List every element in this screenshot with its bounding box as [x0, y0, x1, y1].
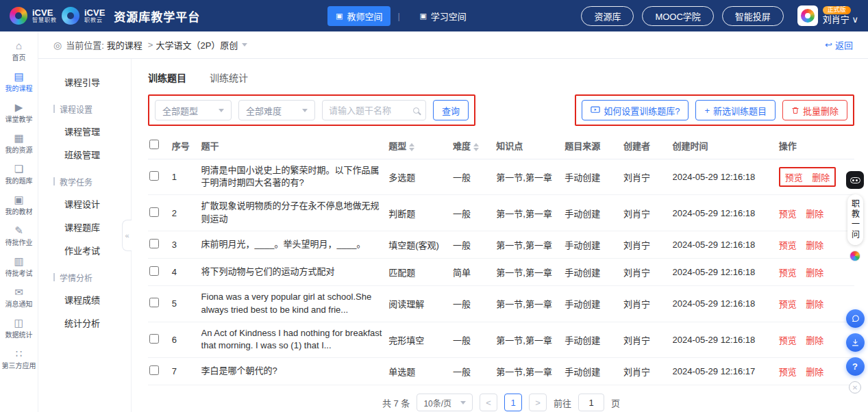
sort-icon[interactable]: [473, 143, 479, 151]
tab-item[interactable]: 训练统计: [210, 67, 248, 88]
course-menu-item[interactable]: 教学任务: [38, 171, 131, 192]
user-menu[interactable]: 正式版 刘肖宁 ∨: [797, 5, 858, 26]
page-size-select[interactable]: 10条/页: [417, 394, 473, 411]
delete-link[interactable]: 删除: [806, 268, 823, 278]
app-title: 资源库教学平台: [114, 8, 200, 25]
add-questions-button[interactable]: + 新选训练题目: [695, 100, 776, 120]
row-checkbox[interactable]: [149, 334, 159, 344]
sidebar-item[interactable]: ❏ 我的题库: [0, 159, 38, 190]
course-menu-item[interactable]: 作业考试: [38, 238, 131, 261]
course-menu-item-label: 教学任务: [60, 176, 92, 188]
search-button[interactable]: 查询: [433, 100, 469, 120]
course-menu-item[interactable]: 课程成绩: [38, 287, 131, 311]
sidebar-item[interactable]: ▤ 我的课程: [0, 66, 38, 97]
search-icon[interactable]: [413, 107, 419, 114]
goto-page-input[interactable]: [578, 394, 604, 411]
page-size-value: 10条/页: [423, 397, 451, 409]
close-toolbar-button[interactable]: ✕: [849, 381, 861, 394]
quick-link-pill[interactable]: 资源库: [581, 6, 634, 26]
sidebar-item[interactable]: ✎ 待批作业: [0, 220, 38, 251]
course-menu-item[interactable]: 统计分析: [38, 311, 131, 334]
sidebar-item-label: 我的课程: [5, 83, 33, 93]
sidebar-item[interactable]: ∷ 第三方应用: [0, 344, 38, 374]
course-menu-item[interactable]: 班级管理: [38, 142, 131, 166]
chevron-down-icon[interactable]: [242, 43, 247, 47]
prev-page-button[interactable]: <: [480, 394, 497, 411]
delete-link[interactable]: 删除: [806, 299, 823, 309]
space-nav-item[interactable]: ▣ 学习空间: [411, 6, 474, 26]
table-header-row: 序号 题干 题型 难度 知识点 题目来源 创建者 创建时间 操作: [148, 133, 854, 159]
difficulty-select[interactable]: 全部难度: [238, 100, 315, 120]
setup-guide-button[interactable]: 如何设置训练题库?: [582, 100, 689, 120]
row-checkbox[interactable]: [149, 266, 159, 276]
col-type[interactable]: 题型: [388, 133, 453, 159]
course-menu-item[interactable]: 课程题库: [38, 215, 131, 238]
course-menu-item[interactable]: 课程引导: [38, 70, 131, 93]
batch-delete-label: 批量删除: [803, 104, 839, 117]
preview-link[interactable]: 预览: [785, 172, 803, 183]
preview-link[interactable]: 预览: [779, 240, 797, 250]
back-button[interactable]: ↩ 返回: [825, 38, 853, 51]
sidebar-item[interactable]: ▦ 我的资源: [0, 128, 38, 159]
course-menu-item[interactable]: 课程设置: [38, 99, 131, 119]
preview-link[interactable]: 预览: [779, 367, 797, 377]
course-menu-item[interactable]: 学情分析: [38, 267, 131, 287]
delete-link[interactable]: 删除: [806, 240, 823, 250]
batch-delete-button[interactable]: 批量删除: [782, 100, 847, 120]
row-checkbox[interactable]: [149, 365, 159, 375]
created-time: 2024-05-29 12:16:18: [673, 195, 779, 231]
row-checkbox[interactable]: [149, 207, 159, 217]
sidebar-item[interactable]: ✉ 消息通知: [0, 282, 38, 313]
tab-item[interactable]: 训练题目: [148, 67, 186, 88]
table-row: 2 扩散现象说明物质的分子在永不停息地做无规则运动 判断题 一般 第一节,第一章…: [148, 195, 854, 231]
question-stem: 床前明月光，____。举头望明月，____。: [201, 238, 384, 251]
delete-link[interactable]: 删除: [812, 172, 830, 183]
preview-link[interactable]: 预览: [779, 299, 797, 309]
next-page-button[interactable]: >: [529, 394, 547, 411]
delete-link[interactable]: 删除: [806, 335, 823, 346]
sort-icon[interactable]: [409, 143, 414, 151]
course-menu: 课程引导 课程设置 课程管理 班级管理: [38, 59, 132, 412]
col-knowledge: 知识点: [496, 133, 565, 159]
course-menu-item[interactable]: 课程管理: [38, 119, 131, 142]
preview-link[interactable]: 预览: [779, 209, 797, 219]
assistant-eyes-icon[interactable]: [846, 171, 864, 189]
data-statistics-icon: ◫: [14, 318, 23, 328]
sidebar-item[interactable]: ⌂ 首页: [0, 36, 38, 66]
row-checkbox[interactable]: [149, 171, 159, 181]
assistant-logo-icon[interactable]: [850, 250, 860, 261]
preview-link[interactable]: 预览: [779, 268, 797, 278]
sidebar-item[interactable]: ▥ 待批考试: [0, 251, 38, 282]
quick-link-pill[interactable]: MOOC学院: [642, 6, 713, 26]
delete-link[interactable]: 删除: [806, 367, 823, 377]
row-number: 5: [172, 285, 201, 322]
sidebar-item[interactable]: ◫ 数据统计: [0, 313, 38, 344]
user-name[interactable]: 刘肖宁 ∨: [823, 15, 858, 25]
row-checkbox[interactable]: [149, 239, 159, 248]
col-index: 序号: [172, 133, 201, 159]
breadcrumb-my-courses[interactable]: 我的课程: [107, 38, 142, 51]
menu-collapse-button[interactable]: «: [122, 220, 132, 251]
page-number-active[interactable]: 1: [504, 394, 522, 411]
search-input[interactable]: [329, 105, 409, 116]
breadcrumb-course-name[interactable]: 大学语文（2P）原创: [156, 38, 238, 51]
quick-link-pill[interactable]: 智能投屏: [722, 6, 784, 26]
preview-link[interactable]: 预览: [779, 335, 797, 346]
delete-link[interactable]: 删除: [806, 209, 823, 219]
user-avatar[interactable]: [797, 5, 818, 26]
chat-button[interactable]: [846, 309, 865, 328]
question-type-select[interactable]: 全部题型: [155, 100, 232, 120]
sidebar-item[interactable]: ▣ 我的教材: [0, 190, 38, 220]
course-menu-item[interactable]: 课程设计: [38, 192, 131, 215]
row-checkbox[interactable]: [149, 298, 159, 307]
select-all-checkbox[interactable]: [149, 140, 159, 149]
top-header: iCVE 智慧职教 iCVE 职教云 资源库教学平台 ▣ 教师空间 ▣ 学习空间…: [0, 0, 868, 31]
assistant-widget[interactable]: 职教一问: [847, 194, 863, 245]
sidebar-item[interactable]: ▶ 课堂教学: [0, 97, 38, 128]
question-stem: Fiona was a very popular girl at school.…: [201, 291, 384, 317]
help-button[interactable]: ?: [846, 357, 865, 376]
download-button[interactable]: [846, 333, 865, 352]
row-actions: 预览 删除: [779, 205, 824, 222]
col-difficulty[interactable]: 难度: [453, 133, 496, 159]
space-nav-item[interactable]: ▣ 教师空间: [327, 6, 390, 26]
